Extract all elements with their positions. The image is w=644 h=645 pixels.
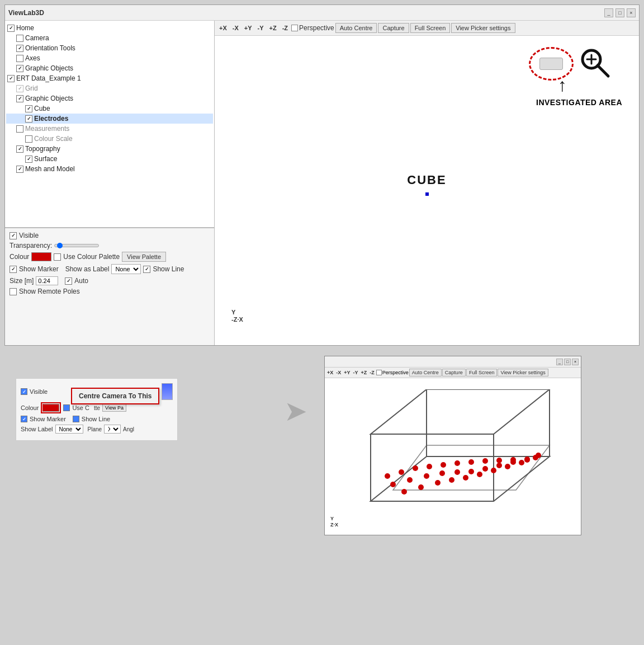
axis-minus-x-button[interactable]: -X	[230, 23, 241, 32]
svg-point-31	[524, 457, 530, 463]
mini-show-line-checkbox[interactable]	[73, 416, 79, 422]
tree-checkbox-topography[interactable]	[16, 145, 23, 153]
svg-point-11	[385, 473, 390, 479]
axis-plus-z-button[interactable]: +Z	[267, 23, 279, 32]
axis-minus-z-button[interactable]: -Z	[280, 23, 290, 32]
tree-item-axes[interactable]: Axes	[6, 53, 213, 63]
tree-item-ert-data[interactable]: ERT Data_Example 1	[6, 73, 213, 83]
tree-checkbox-home[interactable]	[7, 25, 15, 32]
axis-plus-x-button[interactable]: +X	[217, 23, 229, 32]
mini-show-label-select[interactable]: None	[55, 425, 83, 434]
mini-axis-indicator: Y Z·X	[330, 516, 338, 528]
mini-view-picker-button[interactable]: View Picker settings	[498, 369, 548, 376]
mini-axis-plus-z[interactable]: +Z	[360, 369, 368, 376]
annotation-group	[546, 47, 613, 81]
tree-checkbox-measurements[interactable]	[16, 125, 23, 133]
mini-auto-centre-button[interactable]: Auto Centre	[409, 369, 442, 376]
tree-checkbox-ert-data[interactable]	[7, 75, 15, 82]
tree-item-colour-scale[interactable]: Colour Scale	[6, 134, 213, 144]
mini-visible-checkbox[interactable]	[21, 388, 27, 395]
mini-axis-minus-x[interactable]: -X	[335, 369, 342, 376]
axis-plus-y-button[interactable]: +Y	[242, 23, 254, 32]
left-panel: Home Camera Orientation Tools Axes	[5, 21, 215, 345]
show-remote-poles-row: Show Remote Poles	[10, 288, 210, 295]
show-remote-poles-checkbox[interactable]	[10, 288, 17, 295]
auto-centre-button[interactable]: Auto Centre	[335, 23, 377, 33]
zoom-icon	[579, 47, 613, 81]
tree-item-surface[interactable]: Surface	[6, 154, 213, 164]
tree-checkbox-grid[interactable]	[16, 85, 23, 92]
viewport-content[interactable]: CUBE Y -Z·X	[215, 36, 639, 340]
tree-item-grid[interactable]: Grid	[6, 83, 213, 93]
tree-checkbox-graphic-objects-nested[interactable]	[16, 95, 23, 102]
viewport[interactable]: +X -X +Y -Y +Z -Z Perspective Auto Centr…	[215, 21, 639, 345]
maximize-button[interactable]: □	[615, 8, 624, 17]
mini-transparency-indicator	[162, 383, 173, 400]
tree-checkbox-axes[interactable]	[16, 55, 23, 62]
tree-label-grid: Grid	[25, 84, 38, 92]
size-input[interactable]	[36, 276, 58, 285]
context-menu-popup[interactable]: Centre Camera To This	[71, 388, 159, 404]
tree-item-measurements[interactable]: Measurements	[6, 124, 213, 134]
axis-indicator: Y -Z·X	[231, 309, 243, 323]
tree-checkbox-electrodes[interactable]	[25, 115, 32, 123]
mini-viewport-content[interactable]: Y Z·X	[325, 378, 581, 535]
visible-checkbox[interactable]	[10, 232, 17, 239]
mini-axis-minus-z[interactable]: -Z	[368, 369, 376, 376]
close-button[interactable]: ×	[627, 8, 636, 17]
mini-show-marker-checkbox[interactable]	[21, 416, 27, 422]
mini-plane-select[interactable]: XY	[104, 425, 121, 434]
mini-close-button[interactable]: ×	[572, 359, 579, 365]
tree-checkbox-camera[interactable]	[16, 35, 23, 42]
tree-item-orientation-tools[interactable]: Orientation Tools	[6, 43, 213, 53]
show-line-checkbox[interactable]	[143, 266, 150, 273]
tree-checkbox-surface[interactable]	[25, 156, 32, 163]
minimize-button[interactable]: _	[604, 8, 613, 17]
mini-show-label-row: Show Label None Plane XY Angl	[21, 425, 173, 434]
show-as-label-select[interactable]: None	[111, 264, 141, 274]
tree-item-graphic-objects-nested[interactable]: Graphic Objects	[6, 93, 213, 103]
auto-checkbox[interactable]	[65, 277, 72, 285]
tree-checkbox-cube[interactable]	[25, 105, 32, 112]
svg-point-35	[435, 480, 441, 486]
perspective-checkbox[interactable]	[291, 25, 298, 31]
tree-item-graphic-objects-top[interactable]: Graphic Objects	[6, 63, 213, 73]
tree-item-topography[interactable]: Topography	[6, 144, 213, 154]
show-marker-checkbox[interactable]	[10, 266, 17, 273]
mini-colour-swatch[interactable]	[42, 404, 59, 412]
tree-checkbox-colour-scale[interactable]	[25, 135, 32, 143]
capture-button[interactable]: Capture	[378, 23, 409, 33]
transparency-slider[interactable]	[54, 244, 99, 247]
tree-item-camera[interactable]: Camera	[6, 33, 213, 43]
mini-maximize-button[interactable]: □	[564, 359, 571, 365]
tree-item-mesh-model[interactable]: Mesh and Model	[6, 164, 213, 174]
title-bar: ViewLab3D _ □ ×	[5, 5, 639, 21]
tree-item-electrodes[interactable]: Electrodes	[6, 114, 213, 124]
tree-label-axes: Axes	[25, 54, 40, 62]
mini-capture-button[interactable]: Capture	[442, 369, 466, 376]
mini-axis-plus-x[interactable]: +X	[326, 369, 334, 376]
tree-item-home[interactable]: Home	[6, 23, 213, 33]
mini-axis-plus-y[interactable]: +Y	[343, 369, 351, 376]
tree-checkbox-graphic-objects-top[interactable]	[16, 65, 23, 72]
mini-axis-minus-y[interactable]: -Y	[352, 369, 359, 376]
svg-point-18	[482, 458, 488, 464]
colour-swatch[interactable]	[31, 252, 51, 261]
view-picker-settings-button[interactable]: View Picker settings	[451, 23, 515, 33]
svg-point-29	[496, 463, 502, 468]
view-palette-button[interactable]: View Palette	[122, 252, 166, 262]
mini-full-screen-button[interactable]: Full Screen	[466, 369, 498, 376]
axis-minus-y-button[interactable]: -Y	[255, 23, 266, 32]
mini-minimize-button[interactable]: _	[556, 359, 563, 365]
full-screen-button[interactable]: Full Screen	[410, 23, 451, 33]
tree-checkbox-mesh-model[interactable]	[16, 166, 23, 173]
mini-use-colour-checkbox[interactable]	[63, 404, 70, 411]
tree-label-cube: Cube	[34, 105, 50, 112]
mini-perspective-checkbox[interactable]	[376, 370, 382, 375]
tree-item-cube[interactable]: Cube	[6, 103, 213, 114]
svg-point-14	[427, 464, 432, 469]
svg-point-26	[454, 469, 460, 475]
use-colour-palette-checkbox[interactable]	[54, 253, 61, 261]
mini-view-palette-button[interactable]: View Pa	[102, 404, 126, 412]
tree-checkbox-orientation-tools[interactable]	[16, 45, 23, 52]
